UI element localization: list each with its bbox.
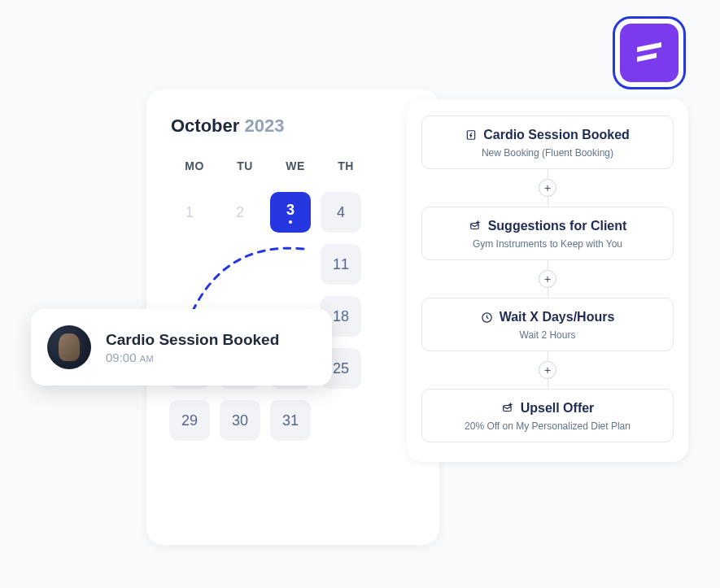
calendar-title: October 2023 bbox=[171, 115, 420, 137]
day-number: 4 bbox=[337, 204, 345, 221]
calendar-month: October bbox=[171, 115, 239, 136]
day-number: 2 bbox=[236, 204, 244, 221]
event-time: 09:00 AM bbox=[106, 351, 279, 364]
day-spacer bbox=[321, 400, 361, 441]
day-number: 31 bbox=[282, 412, 299, 429]
connector-line bbox=[548, 260, 548, 270]
event-time-value: 09:00 bbox=[106, 351, 137, 364]
connector-line bbox=[548, 379, 548, 389]
workflow-connector: + bbox=[421, 260, 674, 298]
bolt-icon bbox=[465, 129, 477, 141]
workflow-step-title: Upsell Offer bbox=[435, 401, 660, 416]
day-number: 30 bbox=[232, 412, 248, 429]
avatar bbox=[47, 325, 91, 369]
connector-line bbox=[548, 288, 548, 298]
add-step-button[interactable]: + bbox=[539, 361, 556, 379]
day-number: 3 bbox=[286, 202, 295, 219]
app-logo bbox=[620, 24, 679, 82]
app-badge bbox=[613, 16, 686, 89]
event-card[interactable]: Cardio Session Booked 09:00 AM bbox=[31, 309, 332, 385]
connector-line bbox=[548, 197, 548, 207]
weekday-we: WE bbox=[270, 159, 321, 172]
weekday-tu: TU bbox=[220, 159, 270, 172]
day-spacer bbox=[169, 244, 210, 285]
workflow-step[interactable]: Upsell Offer20% Off on My Personalized D… bbox=[421, 389, 674, 442]
workflow-connector: + bbox=[421, 351, 674, 389]
mail-icon bbox=[501, 403, 514, 414]
workflow-step-sub: Wait 2 Hours bbox=[435, 329, 660, 341]
day-number: 29 bbox=[181, 412, 198, 429]
workflow-step[interactable]: Cardio Session BookedNew Booking (Fluent… bbox=[421, 115, 674, 169]
connector-line bbox=[548, 351, 548, 361]
workflow-step-title-text: Cardio Session Booked bbox=[483, 128, 630, 142]
clock-icon bbox=[481, 311, 493, 324]
week-row: 293031 bbox=[166, 400, 420, 441]
event-dot-icon bbox=[289, 220, 292, 224]
week-row: 1234 bbox=[166, 192, 420, 233]
workflow-step[interactable]: Wait X Days/HoursWait 2 Hours bbox=[421, 298, 674, 351]
day-number: 25 bbox=[333, 360, 349, 377]
event-title: Cardio Session Booked bbox=[106, 331, 279, 349]
event-time-ampm: AM bbox=[140, 354, 155, 364]
mail-icon bbox=[469, 220, 482, 232]
workflow-step-title: Suggestions for Client bbox=[435, 219, 660, 233]
day-cell[interactable]: 29 bbox=[169, 400, 210, 441]
day-cell[interactable]: 30 bbox=[220, 400, 260, 441]
week-row: 11 bbox=[166, 244, 420, 285]
workflow-connector: + bbox=[421, 169, 674, 207]
workflow-step-title-text: Suggestions for Client bbox=[488, 219, 627, 233]
day-number: 18 bbox=[333, 308, 349, 325]
workflow-step-title-text: Wait X Days/Hours bbox=[500, 310, 615, 324]
workflow-step-sub: New Booking (Fluent Booking) bbox=[435, 147, 660, 159]
add-step-button[interactable]: + bbox=[539, 270, 556, 288]
workflow-step-title: Cardio Session Booked bbox=[435, 128, 660, 142]
day-spacer bbox=[220, 244, 260, 285]
add-step-button[interactable]: + bbox=[539, 179, 556, 197]
workflow-step-sub: 20% Off on My Personalized Diet Plan bbox=[435, 420, 660, 432]
weekday-th: TH bbox=[321, 159, 371, 172]
day-number: 1 bbox=[185, 204, 194, 221]
workflow-card: Cardio Session BookedNew Booking (Fluent… bbox=[407, 99, 688, 462]
workflow-step-title: Wait X Days/Hours bbox=[435, 310, 660, 324]
workflow-step-sub: Gym Instruments to Keep with You bbox=[435, 238, 660, 250]
workflow-step-title-text: Upsell Offer bbox=[521, 401, 595, 416]
day-cell[interactable]: 31 bbox=[270, 400, 311, 441]
day-cell[interactable]: 2 bbox=[220, 192, 260, 233]
day-cell[interactable]: 11 bbox=[321, 244, 361, 285]
weekday-row: MO TU WE TH bbox=[166, 159, 420, 172]
day-number: 11 bbox=[333, 256, 349, 273]
weekday-mo: MO bbox=[169, 159, 220, 172]
calendar-year: 2023 bbox=[244, 115, 284, 136]
logo-icon bbox=[632, 36, 666, 70]
day-cell[interactable]: 1 bbox=[169, 192, 210, 233]
day-cell-selected[interactable]: 3 bbox=[270, 192, 311, 233]
connector-line bbox=[548, 169, 548, 179]
day-spacer bbox=[270, 244, 311, 285]
workflow-step[interactable]: Suggestions for ClientGym Instruments to… bbox=[421, 207, 674, 260]
event-body: Cardio Session Booked 09:00 AM bbox=[106, 331, 279, 364]
day-cell[interactable]: 4 bbox=[321, 192, 361, 233]
